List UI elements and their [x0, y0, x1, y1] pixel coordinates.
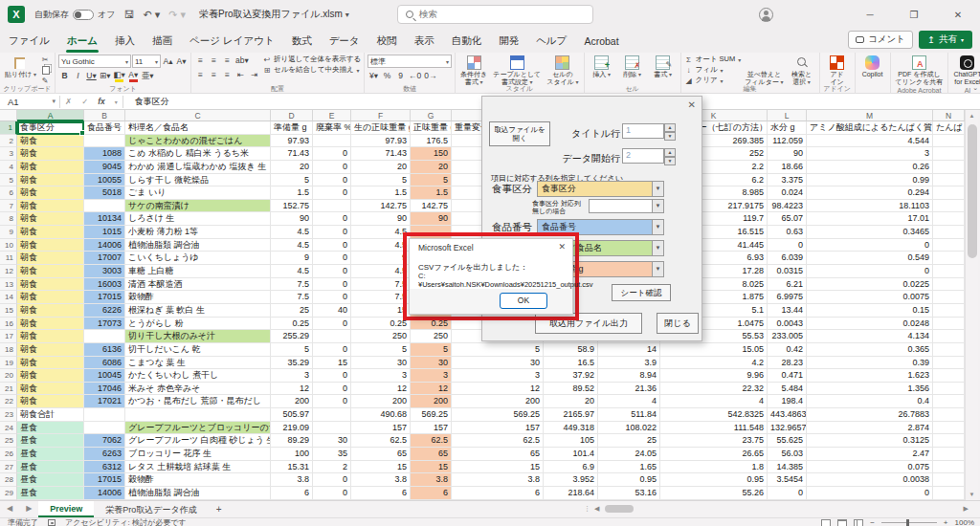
cell-H22[interactable]: 200	[452, 395, 544, 408]
cell-L1[interactable]: 水分 g	[768, 121, 807, 135]
cell-D7[interactable]: 152.75	[271, 200, 313, 213]
align-left-button[interactable]: ≡	[194, 69, 207, 81]
cell-A22[interactable]: 朝食	[17, 395, 84, 408]
enter-icon[interactable]: ✓	[77, 97, 93, 106]
excel-logo-icon[interactable]: X	[8, 6, 25, 23]
format-as-table-button[interactable]: テーブルとして 書式設定 ▾	[491, 55, 543, 87]
cell-E20[interactable]: 0	[313, 369, 351, 383]
cell-E1[interactable]: 廃棄率 %	[313, 121, 351, 135]
cell-N11[interactable]	[933, 252, 965, 265]
cell-K20[interactable]: 9.96	[660, 369, 768, 383]
cell-F28[interactable]: 3.8	[351, 473, 411, 487]
row-header-1[interactable]: 1	[0, 121, 17, 135]
row-header-22[interactable]: 22	[0, 395, 17, 408]
cell-A5[interactable]: 朝食	[17, 174, 84, 187]
cell-B29[interactable]: 14006	[84, 487, 125, 500]
cell-E24[interactable]	[313, 422, 351, 435]
cell-G23[interactable]: 569.25	[411, 408, 452, 422]
cell-K29[interactable]: 55.26	[660, 487, 768, 500]
cell-E4[interactable]: 0	[313, 161, 351, 174]
cell-G7[interactable]: 142.75	[411, 200, 452, 213]
cell-E6[interactable]: 0	[313, 186, 351, 200]
cell-L11[interactable]: 6.039	[768, 252, 807, 265]
zoom-level[interactable]: 100%	[955, 518, 974, 526]
cell-N7[interactable]	[933, 200, 965, 213]
cell-B8[interactable]: 10134	[84, 212, 125, 226]
row-header-3[interactable]: 3	[0, 147, 17, 161]
sheet-check-button[interactable]: シート確認	[612, 284, 671, 301]
cell-G5[interactable]: 5	[411, 174, 452, 187]
cell-D21[interactable]: 12	[271, 383, 313, 396]
cell-E3[interactable]: 0	[313, 147, 351, 161]
cell-E9[interactable]: 0	[313, 226, 351, 239]
fill-button[interactable]: ↓フィル▾	[684, 65, 742, 75]
cell-E13[interactable]: 0	[313, 278, 351, 292]
cell-D27[interactable]: 15.31	[271, 461, 313, 474]
cell-C1[interactable]: 料理名／食品名	[125, 121, 271, 135]
page-break-view-icon[interactable]	[854, 519, 863, 526]
cell-D2[interactable]: 97.93	[271, 135, 313, 148]
cell-L18[interactable]: 0.42	[768, 343, 807, 357]
cell-M17[interactable]: 4.134	[807, 330, 933, 343]
cell-H24[interactable]: 157	[452, 422, 544, 435]
cell-M7[interactable]: 18.1103	[807, 200, 933, 213]
sheet-next-icon[interactable]: ▶	[19, 501, 38, 517]
cell-G22[interactable]: 200	[411, 395, 452, 408]
cell-J24[interactable]: 108.022	[598, 422, 660, 435]
row-header-8[interactable]: 8	[0, 212, 17, 226]
cell-D15[interactable]: 25	[271, 304, 313, 318]
cell-I19[interactable]: 16.5	[544, 357, 598, 370]
cell-D19[interactable]: 35.29	[271, 357, 313, 370]
cell-L8[interactable]: 65.07	[768, 212, 807, 226]
cell-C2[interactable]: じゃことわかめの混ぜごはん	[125, 135, 271, 148]
cell-M2[interactable]: 4.544	[807, 135, 933, 148]
underline-button[interactable]: U▾	[85, 70, 98, 82]
dialog-close-icon[interactable]: ✕	[688, 99, 696, 110]
cell-M23[interactable]: 26.7883	[807, 408, 933, 422]
document-title[interactable]: 栄養Pro取込変換用ファイル.xlsm ▾	[199, 8, 349, 21]
cell-L27[interactable]: 14.385	[768, 461, 807, 474]
cell-C3[interactable]: こめ 水稲めし 精白米 うるち米	[125, 147, 271, 161]
chatgpt-excel-button[interactable]: ChatGPT for Excel	[951, 55, 980, 87]
cell-D26[interactable]: 100	[271, 448, 313, 461]
cell-C7[interactable]: サケの南蛮漬け	[125, 200, 271, 213]
minimize-button[interactable]: ─	[848, 0, 892, 29]
cell-F20[interactable]: 3	[351, 369, 411, 383]
cell-N22[interactable]	[933, 395, 965, 408]
cell-A3[interactable]: 朝食	[17, 147, 84, 161]
column-header-A[interactable]: A	[17, 110, 84, 121]
cell-C15[interactable]: 根深ねぎ 葉 軟白 生	[125, 304, 271, 318]
cell-B20[interactable]: 10045	[84, 369, 125, 383]
column-header-D[interactable]: D	[271, 110, 313, 121]
cell-A26[interactable]: 昼食	[17, 448, 84, 461]
cell-H21[interactable]: 12	[452, 383, 544, 396]
account-avatar[interactable]	[759, 8, 773, 22]
cell-K25[interactable]: 23.75	[660, 434, 768, 448]
cell-G8[interactable]: 90	[411, 212, 452, 226]
cell-A19[interactable]: 朝食	[17, 357, 84, 370]
align-center-button[interactable]: ≡	[208, 69, 220, 81]
undo-icon[interactable]: ↶ ▾	[143, 9, 160, 21]
cell-M20[interactable]: 1.623	[807, 369, 933, 383]
cell-M3[interactable]: 3	[807, 147, 933, 161]
scroll-up-icon[interactable]: ▲	[966, 110, 978, 121]
cell-B26[interactable]: 6263	[84, 448, 125, 461]
cell-E28[interactable]: 0	[313, 473, 351, 487]
cell-A12[interactable]: 朝食	[17, 265, 84, 278]
zoom-out-icon[interactable]: −	[870, 518, 875, 526]
cell-D23[interactable]: 505.97	[271, 408, 313, 422]
align-middle-button[interactable]: ≡	[208, 55, 220, 67]
row-header-25[interactable]: 25	[0, 434, 17, 448]
cell-B18[interactable]: 6136	[84, 343, 125, 357]
align-bottom-button[interactable]: ≡	[221, 55, 234, 67]
cell-L15[interactable]: 13.44	[768, 304, 807, 318]
cell-K26[interactable]: 26.65	[660, 448, 768, 461]
zoom-slider[interactable]	[881, 522, 937, 524]
cell-N21[interactable]	[933, 383, 965, 396]
cell-E14[interactable]: 0	[313, 291, 351, 304]
cell-N28[interactable]	[933, 473, 965, 487]
horizontal-scrollbar[interactable]: ⋮◀ ▶	[584, 502, 970, 515]
vertical-scrollbar[interactable]: ▲ ▼	[965, 110, 978, 500]
sheet-tab-栄養Pro取込データ作成[interactable]: 栄養Pro取込データ作成	[94, 501, 208, 517]
cell-G20[interactable]: 3	[411, 369, 452, 383]
